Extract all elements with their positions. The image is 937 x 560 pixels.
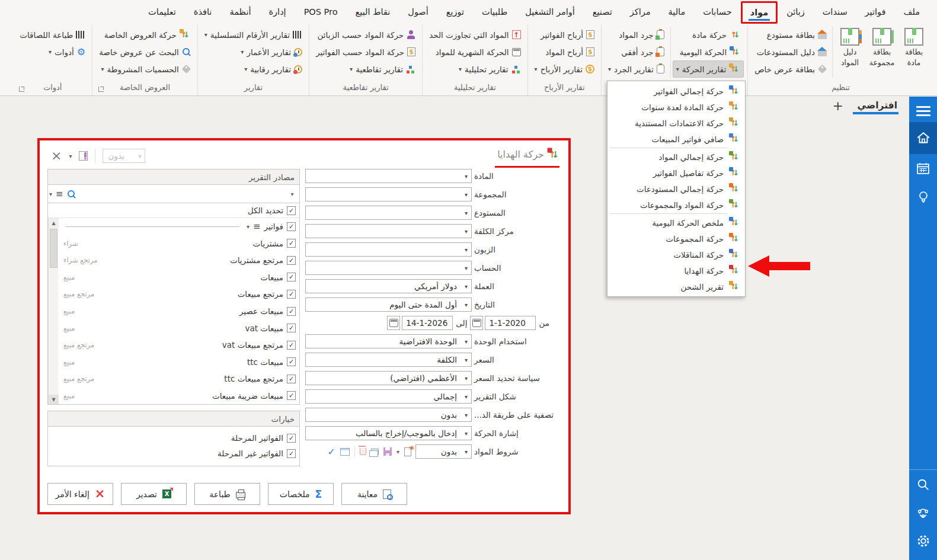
- checkbox[interactable]: [287, 375, 296, 383]
- daily-movement-item[interactable]: الحركة اليومية: [673, 43, 744, 60]
- copy-icon[interactable]: [371, 449, 379, 455]
- currency-combo[interactable]: ▾دولار أمريكي: [305, 279, 472, 293]
- materials-by-customers-item[interactable]: حركة المواد حسب الزبائن: [313, 26, 418, 43]
- menu-item-documentary-credits[interactable]: حركة الاعتمادات المستندية: [607, 115, 745, 131]
- tab-assets[interactable]: أصول: [399, 0, 437, 24]
- tab-materials-active[interactable]: مواد: [741, 1, 778, 24]
- tree-row[interactable]: مرتجع مبيعاتمرتجع مبيع: [59, 286, 299, 303]
- special-offers-movement-item[interactable]: حركة العروض الخاصة: [96, 26, 194, 43]
- payment-filter-combo[interactable]: ▾بدون: [305, 408, 472, 422]
- tree-row[interactable]: مبيعات vatمبيع: [59, 319, 299, 337]
- materials-over-limit-item[interactable]: المواد التي تجاوزت الحد: [426, 26, 523, 43]
- print-button[interactable]: طباعة: [194, 483, 260, 505]
- tab-help[interactable]: تعليمات: [139, 0, 185, 24]
- cross-reports-dropdown[interactable]: تقارير تقاطعية▾: [313, 60, 418, 78]
- scrollbar[interactable]: ▲ ▼: [48, 218, 58, 404]
- checkbox[interactable]: [287, 273, 296, 281]
- scroll-down-icon[interactable]: ▼: [49, 395, 59, 404]
- menu-item-shipping-report[interactable]: تقرير الشحن: [607, 279, 745, 295]
- profit-reports-dropdown[interactable]: تقارير الأرباح▾: [532, 60, 597, 78]
- chevron-down-icon[interactable]: ▾: [396, 449, 399, 455]
- workspace-tab-default[interactable]: افتراضي: [858, 100, 897, 114]
- tab-work-orders[interactable]: أوامر التشغيل: [516, 0, 584, 24]
- share-network-icon[interactable]: [909, 498, 937, 527]
- inventory-reports-dropdown[interactable]: تقارير الجرد▾: [605, 60, 667, 78]
- trash-icon[interactable]: [360, 448, 366, 455]
- to-date-input[interactable]: 14-1-2026: [387, 316, 453, 330]
- from-date-value[interactable]: 1-1-2020: [485, 316, 536, 330]
- window-icon[interactable]: [340, 448, 350, 456]
- summaries-button[interactable]: ملخصات: [268, 483, 334, 505]
- menu-item-gifts-movement[interactable]: حركة الهدايا: [607, 263, 745, 279]
- checkbox[interactable]: [287, 307, 296, 316]
- price-combo[interactable]: ▾الكلفة: [305, 353, 472, 367]
- report-template-icon[interactable]: [79, 151, 88, 161]
- checkbox[interactable]: [287, 256, 296, 265]
- tab-pos-pro[interactable]: POS Pro: [295, 0, 347, 24]
- monthly-movement-item[interactable]: الحركة الشهرية للمواد: [426, 43, 523, 60]
- chevron-down-icon[interactable]: ▾: [49, 191, 52, 197]
- new-workspace-tab-button[interactable]: +: [833, 98, 843, 113]
- tab-vouchers[interactable]: سندات: [814, 0, 856, 24]
- menu-item-daily-movement-summary[interactable]: ملخص الحركة اليومية: [607, 215, 745, 231]
- unposted-invoices-option[interactable]: الفواتير غير المرحلة: [52, 446, 296, 461]
- checkbox[interactable]: [287, 324, 296, 332]
- search-input[interactable]: ▾: [79, 187, 298, 201]
- tree-row[interactable]: مبيعات عصيرمبيع: [59, 303, 299, 320]
- material-movement-item[interactable]: حركة مادة: [673, 26, 744, 43]
- menu-item-invoice-details-movement[interactable]: حركة تفاصيل الفواتير: [607, 165, 745, 181]
- special-offer-card-item[interactable]: بطاقة عرض خاص: [751, 60, 830, 78]
- menu-item-warehouses-total-movement[interactable]: حركة إجمالي المستودعات: [607, 181, 745, 197]
- from-date-input[interactable]: 1-1-2020: [470, 316, 536, 330]
- group-card-button[interactable]: بطاقةمجموعة: [866, 26, 898, 69]
- new-condition-icon[interactable]: [404, 447, 411, 456]
- print-labels-item[interactable]: طباعة اللصاقات: [17, 26, 88, 43]
- checkbox[interactable]: [287, 449, 296, 458]
- warehouse-card-item[interactable]: بطاقة مستودع: [751, 26, 830, 43]
- tab-distribution[interactable]: توزيع: [437, 0, 473, 24]
- warehouse-combo[interactable]: ▾: [305, 206, 472, 220]
- tab-file[interactable]: ملف: [894, 0, 929, 24]
- settings-gear-icon[interactable]: [909, 527, 937, 555]
- menu-item-material-multi-year[interactable]: حركة المادة لعدة سنوات: [607, 99, 745, 115]
- materials-by-invoices-item[interactable]: حركة المواد حسب الفواتير: [313, 43, 418, 60]
- warehouses-index-item[interactable]: دليل المستودعات: [751, 43, 830, 60]
- tab-window[interactable]: نافذة: [185, 0, 221, 24]
- audit-reports-dropdown[interactable]: تقارير رقابية▾: [202, 60, 305, 78]
- horizontal-inventory-item[interactable]: جرد أفقي: [605, 43, 667, 60]
- analytic-reports-dropdown[interactable]: تقارير تحليلية▾: [426, 60, 523, 78]
- account-combo[interactable]: ▾: [305, 261, 472, 275]
- checkbox[interactable]: [287, 391, 296, 400]
- tree-row[interactable]: مشترياتشراء: [59, 235, 299, 252]
- home-icon[interactable]: [909, 122, 937, 154]
- calendar-icon[interactable]: [387, 316, 400, 330]
- tree-row[interactable]: مرتجع مبيعات ttcمرتجع مبيع: [59, 370, 299, 388]
- preset-combo[interactable]: ▾ بدون: [103, 149, 145, 163]
- menu-item-net-sales-invoices[interactable]: صافي فواتير المبيعات: [607, 131, 745, 147]
- dialog-launcher-icon[interactable]: [19, 87, 24, 92]
- chevron-down-icon[interactable]: ▾: [69, 153, 72, 159]
- date-range-combo[interactable]: ▾أول المدة حتى اليوم: [305, 297, 472, 312]
- menu-icon[interactable]: [56, 190, 63, 199]
- checkbox[interactable]: [287, 239, 296, 248]
- materials-index-button[interactable]: دليلالمواد: [834, 26, 866, 69]
- customer-combo[interactable]: ▾: [305, 242, 472, 257]
- menu-icon[interactable]: [253, 222, 261, 231]
- cancel-button[interactable]: إلغاء الأمر: [47, 483, 113, 505]
- checkbox[interactable]: [287, 357, 296, 366]
- lightbulb-icon[interactable]: [909, 183, 937, 211]
- hamburger-menu-icon[interactable]: [916, 97, 930, 122]
- tab-systems[interactable]: أنظمة: [220, 0, 260, 24]
- export-button[interactable]: تصدير: [121, 483, 187, 505]
- tools-dropdown[interactable]: أدوات▾: [17, 43, 88, 60]
- menu-item-materials-and-groups[interactable]: حركة المواد والمجموعات: [607, 197, 745, 213]
- checkbox[interactable]: [287, 341, 296, 350]
- material-card-button[interactable]: بطاقةمادة: [898, 26, 930, 69]
- invoice-profits-item[interactable]: أرباح الفواتير: [532, 26, 597, 43]
- apply-check-icon[interactable]: [328, 446, 335, 457]
- tab-orders[interactable]: طلبيات: [473, 0, 516, 24]
- scroll-up-icon[interactable]: ▲: [49, 218, 59, 228]
- close-icon[interactable]: [51, 149, 62, 162]
- tab-customers[interactable]: زبائن: [778, 0, 814, 24]
- preview-button[interactable]: معاينة: [341, 483, 407, 505]
